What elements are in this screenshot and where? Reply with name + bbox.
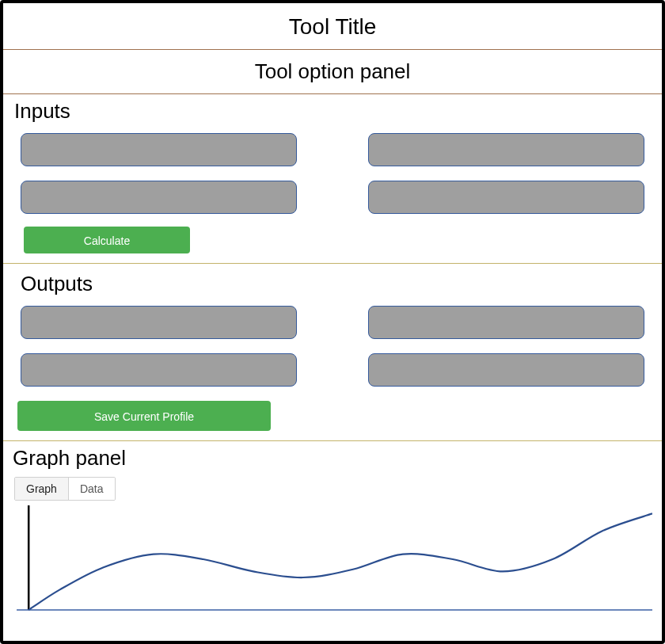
tool-option-label: Tool option panel — [255, 59, 411, 83]
input-field-2[interactable] — [368, 133, 644, 166]
chart-area — [13, 505, 652, 616]
calculate-button[interactable]: Calculate — [24, 227, 190, 253]
output-field-1 — [21, 306, 297, 339]
graph-heading: Graph panel — [13, 446, 652, 471]
input-field-1[interactable] — [21, 133, 297, 166]
app-frame: Tool Title Tool option panel Inputs Calc… — [0, 0, 665, 644]
output-field-2 — [368, 306, 644, 339]
save-profile-button[interactable]: Save Current Profile — [17, 401, 271, 431]
inputs-panel: Inputs Calculate — [3, 94, 662, 264]
outputs-heading: Outputs — [21, 272, 651, 296]
tool-option-panel: Tool option panel — [3, 50, 662, 94]
outputs-grid — [14, 303, 651, 396]
input-field-4[interactable] — [368, 181, 644, 214]
chart-series-line — [28, 513, 652, 610]
graph-panel: Graph panel Graph Data — [3, 441, 662, 641]
inputs-grid — [14, 130, 651, 223]
graph-tabs: Graph Data — [14, 477, 116, 501]
tool-title-panel: Tool Title — [3, 3, 662, 50]
input-field-3[interactable] — [21, 181, 297, 214]
tool-title: Tool Title — [289, 14, 377, 39]
tab-graph[interactable]: Graph — [15, 478, 69, 500]
inputs-heading: Inputs — [14, 99, 651, 124]
outputs-panel: Outputs Save Current Profile — [3, 264, 662, 441]
tab-data[interactable]: Data — [69, 478, 115, 500]
output-field-4 — [368, 353, 644, 387]
chart-svg — [13, 505, 652, 616]
output-field-3 — [21, 353, 297, 387]
